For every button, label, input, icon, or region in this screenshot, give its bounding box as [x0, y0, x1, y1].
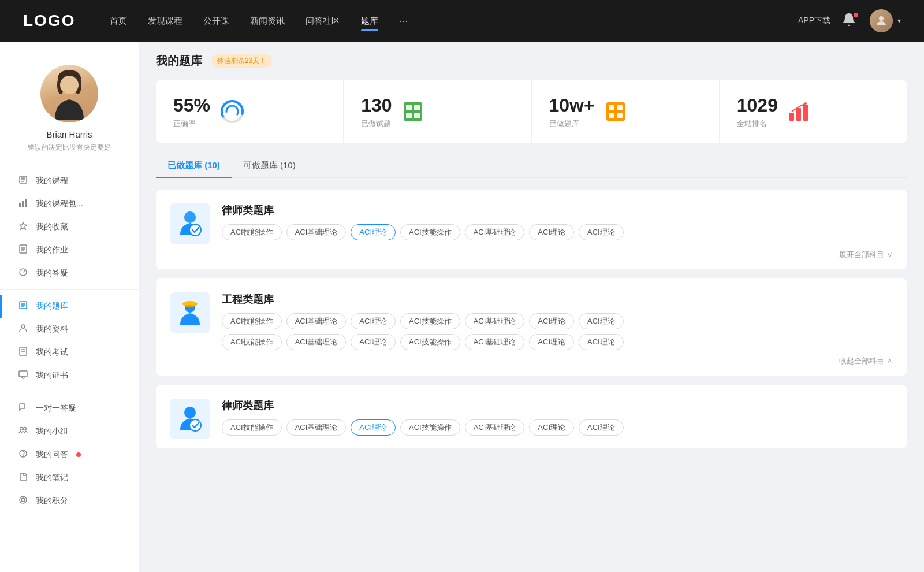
nav-discover[interactable]: 发现课程 — [148, 13, 182, 29]
trial-badge: 体验剩余23天！ — [211, 54, 272, 68]
tag-2-r2-4[interactable]: ACI基础理论 — [465, 334, 525, 350]
stat-done-b-label: 已做题库 — [549, 118, 595, 129]
course-icon — [17, 175, 29, 187]
tag-2-r1-5[interactable]: ACI理论 — [529, 313, 574, 329]
tag-1-2[interactable]: ACI理论 — [351, 224, 396, 240]
my-qa-icon: ? — [17, 449, 29, 460]
tab-available[interactable]: 可做题库 (10) — [232, 154, 307, 177]
stats-row: 55% 正确率 130 已做试题 — [156, 80, 907, 143]
tag-3-0[interactable]: ACI技能操作 — [222, 419, 282, 436]
tag-2-r2-1[interactable]: ACI基础理论 — [286, 334, 346, 350]
divider-1 — [0, 289, 139, 290]
svg-marker-13 — [20, 222, 27, 229]
nav-more[interactable]: ··· — [399, 15, 408, 27]
qbank-title-2: 工程类题库 — [222, 292, 893, 306]
profile-name: Brian Harris — [12, 129, 127, 139]
done-banks-icon — [604, 100, 627, 123]
tag-2-r1-3[interactable]: ACI技能操作 — [400, 313, 460, 329]
main-layout: Brian Harris 错误的决定比没有决定要好 我的课程 我的课程包... — [0, 42, 924, 572]
svg-rect-50 — [796, 108, 801, 121]
sidebar-item-my-qa[interactable]: ? 我的问答 — [0, 443, 139, 466]
tag-3-2[interactable]: ACI理论 — [351, 419, 396, 436]
homework-icon — [17, 244, 29, 256]
page-title: 我的题库 — [156, 53, 202, 69]
tag-2-r1-6[interactable]: ACI理论 — [579, 313, 624, 329]
tag-1-3[interactable]: ACI技能操作 — [400, 224, 460, 240]
tag-2-r1-0[interactable]: ACI技能操作 — [222, 313, 282, 329]
tag-2-r2-3[interactable]: ACI技能操作 — [400, 334, 460, 350]
notification-bell[interactable] — [842, 13, 858, 29]
tag-2-r2-6[interactable]: ACI理论 — [579, 334, 624, 350]
chevron-down-icon: ▾ — [897, 17, 901, 25]
tag-1-6[interactable]: ACI理论 — [579, 224, 624, 240]
done-questions-icon — [401, 100, 424, 123]
svg-point-61 — [189, 419, 201, 431]
tag-3-4[interactable]: ACI基础理论 — [465, 419, 525, 436]
qbank-card-2: 工程类题库 ACI技能操作 ACI基础理论 ACI理论 ACI技能操作 ACI基… — [156, 278, 907, 376]
tag-3-3[interactable]: ACI技能操作 — [400, 419, 460, 436]
sidebar-menu: 我的课程 我的课程包... 我的收藏 我的作业 — [0, 162, 139, 519]
sidebar-item-my-course[interactable]: 我的课程 — [0, 169, 139, 192]
nav-news[interactable]: 新闻资讯 — [250, 13, 285, 29]
tag-2-r2-0[interactable]: ACI技能操作 — [222, 334, 282, 350]
sidebar-item-exam[interactable]: 我的考试 — [0, 341, 139, 364]
svg-rect-12 — [25, 199, 27, 207]
stat-ranking: 1029 全站排名 — [720, 80, 907, 143]
qbank-tags-1: ACI技能操作 ACI基础理论 ACI理论 ACI技能操作 ACI基础理论 AC… — [222, 224, 893, 240]
sidebar-item-homework[interactable]: 我的作业 — [0, 239, 139, 262]
tag-2-r1-1[interactable]: ACI基础理论 — [286, 313, 346, 329]
svg-rect-41 — [414, 105, 420, 110]
tag-1-5[interactable]: ACI理论 — [529, 224, 574, 240]
expand-link-1[interactable]: 展开全部科目 ∨ — [170, 250, 893, 260]
tabs-row: 已做题库 (10) 可做题库 (10) — [156, 154, 907, 178]
tag-2-r2-5[interactable]: ACI理论 — [529, 334, 574, 350]
stat-accuracy-value: 55% — [173, 94, 210, 116]
user-avatar-menu[interactable]: ▾ — [870, 9, 901, 32]
svg-rect-49 — [789, 113, 794, 121]
tag-1-4[interactable]: ACI基础理论 — [465, 224, 525, 240]
qa-badge-dot — [76, 452, 81, 457]
sidebar-item-favorites[interactable]: 我的收藏 — [0, 216, 139, 239]
tag-3-1[interactable]: ACI基础理论 — [286, 419, 346, 436]
svg-rect-10 — [19, 203, 21, 207]
nav-home[interactable]: 首页 — [110, 13, 127, 29]
svg-point-0 — [879, 16, 884, 21]
tag-2-r1-2[interactable]: ACI理论 — [351, 313, 396, 329]
nav-qa[interactable]: 问答社区 — [305, 13, 340, 29]
sidebar-item-group[interactable]: 我的小组 — [0, 420, 139, 443]
tag-1-0[interactable]: ACI技能操作 — [222, 224, 282, 240]
nav-open-course[interactable]: 公开课 — [203, 13, 229, 29]
main-content: 我的题库 体验剩余23天！ 55% 正确率 — [139, 42, 924, 572]
avatar — [870, 9, 893, 32]
qbank-icon-engineer — [170, 292, 210, 333]
sidebar-item-tutoring[interactable]: 一对一答疑 — [0, 397, 139, 420]
sidebar-item-qbank[interactable]: 我的题库 — [0, 295, 139, 318]
tag-3-5[interactable]: ACI理论 — [529, 419, 574, 436]
stat-accuracy-label: 正确率 — [173, 118, 210, 129]
svg-text:?: ? — [22, 451, 25, 457]
stat-done-q-label: 已做试题 — [361, 118, 392, 129]
tab-done[interactable]: 已做题库 (10) — [156, 154, 232, 177]
app-download-button[interactable]: APP下载 — [798, 16, 830, 26]
sidebar-item-notes[interactable]: 我的笔记 — [0, 466, 139, 489]
sidebar-item-qa[interactable]: ? 我的答疑 — [0, 262, 139, 285]
svg-point-29 — [22, 376, 24, 378]
sidebar-item-points[interactable]: 我的积分 — [0, 489, 139, 512]
logo[interactable]: LOGO — [23, 12, 75, 30]
tag-1-1[interactable]: ACI基础理论 — [286, 224, 346, 240]
nav-qbank[interactable]: 题库 — [361, 13, 378, 29]
qbank-title-1: 律师类题库 — [222, 203, 893, 217]
profile-motto: 错误的决定比没有决定要好 — [12, 143, 127, 153]
sidebar-item-profile[interactable]: 我的资料 — [0, 318, 139, 341]
sidebar-label-notes: 我的笔记 — [36, 473, 68, 483]
navbar: LOGO 首页 发现课程 公开课 新闻资讯 问答社区 题库 ··· APP下载 — [0, 0, 924, 42]
profile-section: Brian Harris 错误的决定比没有决定要好 — [0, 53, 139, 162]
collapse-link-2[interactable]: 收起全部科目 ∧ — [170, 356, 893, 366]
sidebar-label-cert: 我的证书 — [36, 370, 68, 381]
tag-3-6[interactable]: ACI理论 — [579, 419, 624, 436]
sidebar-item-cert[interactable]: 我的证书 — [0, 364, 139, 387]
tag-2-r2-2[interactable]: ACI理论 — [351, 334, 396, 350]
sidebar-item-course-package[interactable]: 我的课程包... — [0, 192, 139, 216]
tag-2-r1-4[interactable]: ACI基础理论 — [465, 313, 525, 329]
sidebar-label-exam: 我的考试 — [36, 347, 68, 358]
